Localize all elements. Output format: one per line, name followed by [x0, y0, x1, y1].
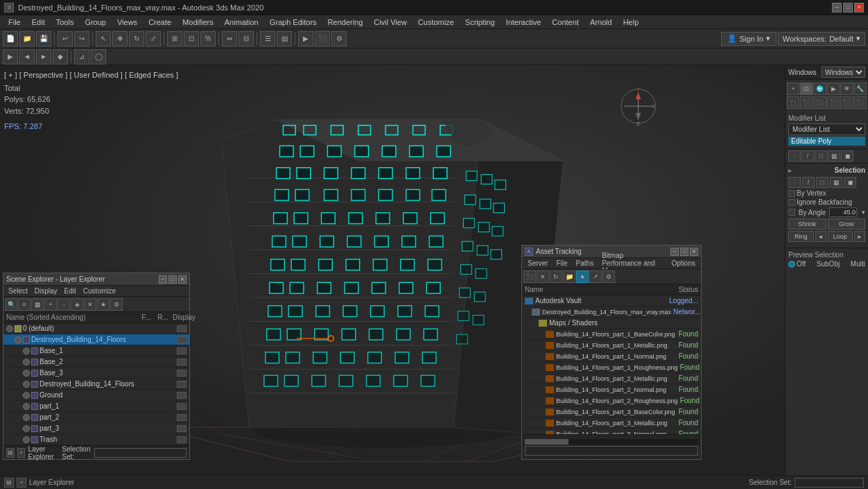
- snap-button[interactable]: ⊞: [167, 31, 182, 46]
- at-scrollbar[interactable]: [525, 439, 698, 445]
- scene-explorer-list[interactable]: 0 (default) Destroyed_Building_14_Floors…: [3, 323, 189, 445]
- motion-panel-btn[interactable]: ▶: [827, 83, 840, 95]
- menu-item-create[interactable]: Create: [143, 17, 177, 28]
- menu-item-file[interactable]: File: [3, 17, 26, 28]
- at-item-img4[interactable]: Building_14_Floors_part_1_Roughness.png …: [522, 362, 701, 373]
- at-item-img5[interactable]: Building_14_Floors_part_2_Metallic.png F…: [522, 373, 701, 384]
- utilities-panel-btn[interactable]: 🔧: [854, 83, 867, 95]
- sel-icon-1[interactable]: ·: [788, 177, 801, 188]
- render-setup-button[interactable]: ⚙: [331, 31, 347, 46]
- align-button[interactable]: ⊟: [238, 31, 254, 46]
- se-delete-button[interactable]: ✕: [84, 298, 96, 311]
- viewport[interactable]: [ + ] [ Perspective ] [ User Defined ] […: [0, 65, 785, 475]
- se-menu-customize[interactable]: Customize: [80, 286, 119, 295]
- se-menu-select[interactable]: Select: [5, 286, 31, 295]
- move-button[interactable]: ✥: [112, 31, 128, 46]
- menu-item-graph-editors[interactable]: Graph Editors: [264, 17, 322, 28]
- at-tool-btn7[interactable]: ⚙: [602, 271, 615, 283]
- windows-dropdown[interactable]: Windows: [822, 67, 865, 78]
- menu-item-content[interactable]: Content: [546, 17, 584, 28]
- hierarchy-panel-btn[interactable]: ⛎: [814, 83, 826, 95]
- open-button[interactable]: 📁: [19, 31, 35, 46]
- se-highlight-button[interactable]: ★: [97, 298, 110, 311]
- scale-button[interactable]: ⤢: [146, 31, 161, 46]
- at-menu-file[interactable]: File: [552, 259, 571, 268]
- at-item-img2[interactable]: Building_14_Floors_part_1_Metallic.png F…: [522, 340, 701, 351]
- scene-explorer-button[interactable]: ▤: [277, 31, 292, 46]
- maximize-button[interactable]: □: [843, 3, 853, 12]
- se-close-button[interactable]: ✕: [178, 275, 186, 284]
- se-filter-button[interactable]: ≡: [18, 298, 31, 311]
- at-menu-options[interactable]: Options: [668, 259, 700, 268]
- off-radio[interactable]: [788, 261, 795, 268]
- at-item-maps-folder[interactable]: Maps / Shaders: [522, 318, 701, 329]
- se-new-layer-button[interactable]: ◈: [71, 298, 83, 311]
- menu-item-animation[interactable]: Animation: [219, 17, 264, 28]
- sign-in-button[interactable]: 👤 Sign In ▾: [721, 32, 776, 46]
- at-item-img6[interactable]: Building_14_Floors_part_2_Normal.png Fou…: [522, 384, 701, 395]
- se-item-base2[interactable]: Base_2: [3, 357, 189, 368]
- se-item-trash[interactable]: Trash: [3, 434, 189, 445]
- win-controls[interactable]: ─ □ ✕: [832, 3, 864, 12]
- border-mode-btn[interactable]: □: [815, 151, 827, 162]
- menu-item-civil-view[interactable]: Civil View: [368, 17, 412, 28]
- at-tool-btn3[interactable]: ↻: [550, 271, 562, 283]
- menu-item-edit[interactable]: Edit: [26, 17, 51, 28]
- vertex-mode-btn[interactable]: ·: [788, 151, 801, 162]
- edge-mode-btn[interactable]: /: [801, 151, 814, 162]
- redo-button[interactable]: ↪: [74, 31, 89, 46]
- at-tool-btn1[interactable]: ⬛: [523, 271, 536, 283]
- undo-button[interactable]: ↩: [58, 31, 73, 46]
- layer-button[interactable]: ☰: [260, 31, 275, 46]
- statusbar-icon2[interactable]: +: [17, 478, 26, 488]
- se-item-part2[interactable]: part_2: [3, 412, 189, 423]
- shrink-button[interactable]: Shrink: [788, 218, 826, 230]
- loop-arrow-btn[interactable]: ►: [854, 231, 865, 242]
- at-tool-btn4[interactable]: 📁: [563, 271, 575, 283]
- at-tool-btn6[interactable]: ↗: [589, 271, 602, 283]
- at-item-img8[interactable]: Building_14_Floors_part_3_BaseColor.png …: [522, 406, 701, 418]
- se-menu-edit[interactable]: Edit: [61, 286, 80, 295]
- ignore-bf-checkbox[interactable]: [788, 199, 795, 206]
- create-panel-btn[interactable]: +: [787, 83, 799, 95]
- at-item-main-file[interactable]: Destroyed_Building_14_Floors_max_vray.ma…: [522, 307, 701, 318]
- viewport-btn5[interactable]: ⬛: [840, 96, 853, 109]
- poly-mode-btn[interactable]: ▦: [828, 151, 840, 162]
- at-tool-btn5-active[interactable]: ★: [576, 271, 589, 283]
- se-item-part3[interactable]: part_3: [3, 423, 189, 434]
- percent-snap-button[interactable]: %: [200, 31, 216, 46]
- workspace-selector[interactable]: Workspaces: Default ▾: [778, 32, 865, 46]
- new-button[interactable]: 📄: [3, 31, 18, 46]
- menu-item-rendering[interactable]: Rendering: [322, 17, 369, 28]
- se-foot-btn2[interactable]: +: [17, 448, 26, 458]
- se-minimize-button[interactable]: ─: [159, 275, 167, 284]
- menu-item-help[interactable]: Help: [618, 17, 645, 28]
- viewport-btn4[interactable]: ⬛: [827, 96, 840, 109]
- render-frame-button[interactable]: ⬛: [315, 31, 330, 46]
- by-vertex-checkbox[interactable]: [788, 190, 795, 197]
- se-menu-display[interactable]: Display: [31, 286, 61, 295]
- viewport-btn6[interactable]: ⬛: [854, 96, 867, 109]
- se-selection-set-input[interactable]: [94, 448, 186, 458]
- at-menu-server[interactable]: Server: [523, 259, 552, 268]
- se-item-destroyed-building[interactable]: Destroyed_Building_14_Floors: [3, 334, 189, 345]
- se-expand-button[interactable]: +: [44, 298, 57, 311]
- se-search-button[interactable]: 🔍: [5, 298, 17, 311]
- render-button[interactable]: ▶: [298, 31, 313, 46]
- at-item-img7[interactable]: Building_14_Floors_part_2_Roughness.png …: [522, 395, 701, 406]
- at-search-input[interactable]: [525, 446, 698, 456]
- mirror-button[interactable]: ⇔: [222, 31, 237, 46]
- angle-snap-button[interactable]: ⊡: [184, 31, 199, 46]
- select-button[interactable]: ↖: [96, 31, 111, 46]
- statusbar-icon1[interactable]: ▤: [4, 478, 14, 488]
- at-item-img10[interactable]: Building_14_Floors_part_3_Normal.png Fou…: [522, 429, 701, 434]
- asset-tracking-list[interactable]: Autodesk Vault Logged... Destroyed_Build…: [522, 295, 701, 434]
- se-maximize-button[interactable]: □: [168, 275, 177, 284]
- by-angle-checkbox[interactable]: [788, 209, 795, 216]
- at-minimize-button[interactable]: ─: [670, 248, 679, 256]
- by-angle-input[interactable]: [829, 207, 857, 217]
- se-item-base1[interactable]: Base_1: [3, 345, 189, 357]
- isolate-button[interactable]: ◯: [91, 49, 106, 65]
- at-close-button[interactable]: ✕: [690, 248, 698, 256]
- key-button[interactable]: ◆: [53, 49, 68, 65]
